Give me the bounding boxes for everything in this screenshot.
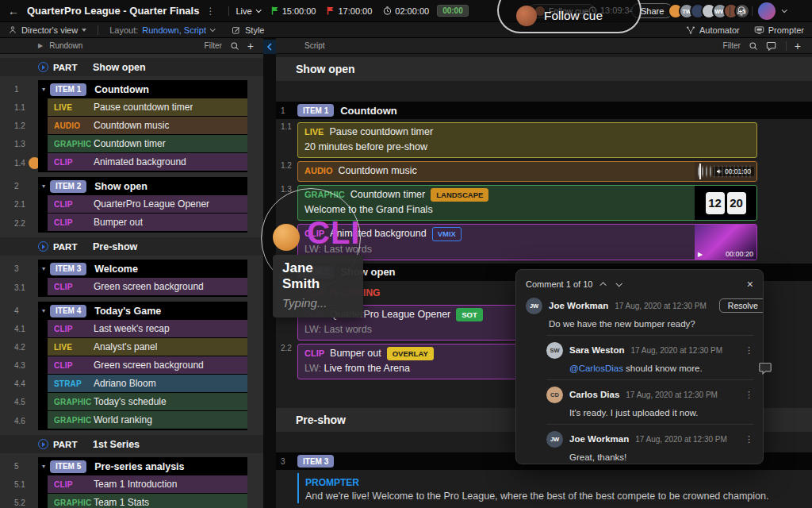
comment-marker-icon[interactable] (758, 361, 772, 375)
add-block-button[interactable]: + (795, 40, 801, 52)
rundown-cue-row[interactable]: 2.2CLIPBumper out (0, 214, 263, 233)
view-toolbar: Director's view Layout: Rundown, Script … (0, 22, 812, 38)
rundown-cue-row[interactable]: 4.2LIVEAnalyst's panel (0, 338, 263, 356)
rundown-cue-row[interactable]: 4.1CLIPLast week's recap (0, 320, 263, 338)
title-menu-icon[interactable]: ⋮ (205, 6, 216, 17)
live-mode-dropdown[interactable]: Live (236, 6, 259, 16)
rundown-cue-row[interactable]: 1.4CLIPAnimated background (0, 153, 263, 172)
commenter-name: Carlos Dias (569, 390, 619, 399)
prev-comment-icon[interactable] (600, 282, 607, 288)
layout-selector[interactable]: Layout: Rundown, Script (109, 25, 214, 35)
prompter-button[interactable]: Prompter (754, 25, 804, 35)
rundown-cue-row[interactable]: 2.1CLIPQuarterPro League Opener (0, 195, 263, 214)
rundown-part-row[interactable]: PARTPre-show (0, 237, 263, 256)
script-cue-box[interactable]: LIVEPause countdown timer20 minutes befo… (297, 122, 757, 158)
audio-duration: 00:01:00 (713, 167, 754, 176)
cue-line1: AUDIOCountdown music (304, 164, 688, 178)
search-icon[interactable] (749, 41, 758, 51)
rundown-part-row[interactable]: PART1st Series (0, 435, 263, 453)
layout-value: Rundown, Script (142, 25, 206, 35)
cue-title: World ranking (94, 414, 152, 425)
cue-badge: SOT (456, 308, 483, 321)
mention-link[interactable]: @CarlosDias (569, 364, 623, 373)
row-number: 4.4 (0, 375, 38, 393)
comment-menu-icon[interactable]: ⋮ (745, 434, 753, 444)
add-row-button[interactable]: + (247, 40, 254, 52)
collapse-panel-button[interactable] (263, 40, 276, 54)
comment-body: Great, thanks! (569, 452, 753, 463)
rundown-cue-row[interactable]: 4.3CLIPGreen screen background (0, 356, 263, 375)
rundown-item-header[interactable]: 1▾ITEM 1Countdown (0, 80, 263, 98)
row-number: 1.1 (0, 98, 38, 117)
script-section-header[interactable]: Show open (276, 57, 812, 81)
rundown-part-row[interactable]: PARTShow open (0, 58, 263, 76)
flip-clock-thumbnail[interactable]: 1220 (695, 186, 756, 220)
cue-body: STRAPAdriano Bloom (48, 375, 247, 392)
section-title: Show open (296, 63, 355, 75)
video-thumbnail[interactable]: ▶00:00:20 (695, 225, 756, 259)
collapse-caret-icon[interactable]: ▾ (42, 86, 45, 93)
collapse-caret-icon[interactable]: ▾ (42, 307, 45, 314)
rundown-cue-row[interactable]: 5.2GRAPHICTeam 1 Stats (0, 494, 263, 508)
cue-title: Countdown timer (350, 188, 426, 202)
style-button[interactable]: Style (232, 25, 264, 35)
view-selector[interactable]: Director's view (8, 25, 86, 35)
prompter-label: PROMPTER (305, 476, 812, 490)
automator-button[interactable]: Automator (686, 25, 740, 35)
comment-header-row: CDCarlos Dias17 Aug, 2020 at 12:30 PM⋮ (546, 387, 753, 402)
comments-filter-icon[interactable] (766, 41, 776, 51)
next-comment-icon[interactable] (616, 280, 622, 287)
director-icon (8, 25, 17, 35)
play-icon[interactable] (38, 439, 48, 449)
rundown-cue-row[interactable]: 4.4STRAPAdriano Bloom (0, 375, 263, 393)
rundown-cue-row[interactable]: 1.3GRAPHICCountdown timer (0, 135, 263, 153)
cue-title: Green screen background (94, 281, 204, 292)
rundown-cue-row[interactable]: 1.1LIVEPause countdown timer (0, 98, 263, 117)
collapse-caret-icon[interactable]: ▾ (42, 183, 45, 190)
resolve-button[interactable]: Resolve (719, 298, 764, 313)
filter-button[interactable]: Filter (723, 41, 741, 50)
prompter-block[interactable]: PROMPTERAnd we're live! Welcome to the P… (297, 473, 812, 503)
comment-counter: Comment 1 of 10 (526, 279, 592, 289)
rundown-item-header[interactable]: 4▾ITEM 4Today's Game (0, 302, 263, 320)
rundown-item-header[interactable]: 3▾ITEM 3Welcome (0, 260, 263, 278)
comment-menu-icon[interactable]: ⋮ (745, 390, 753, 400)
comment-menu-icon[interactable]: ⋮ (745, 345, 753, 356)
cue-type-label: LIVE (54, 103, 94, 112)
user-avatar[interactable] (758, 2, 776, 20)
play-icon[interactable] (38, 62, 48, 72)
notifications-bell-icon[interactable] (736, 6, 747, 17)
follow-cue-avatar-large (516, 6, 537, 26)
rundown-cue-row[interactable]: 4.5GRAPHICToday's schedule (0, 393, 263, 411)
rundown-cue-row[interactable]: 1.2AUDIOCountdown music (0, 117, 263, 135)
chevron-down-icon (210, 26, 216, 32)
script-cue-box[interactable]: AUDIOCountdown music00:01:00 (297, 161, 757, 182)
filter-button[interactable]: Filter (205, 41, 222, 50)
rundown-item-header[interactable]: 2▾ITEM 2Show open (0, 177, 263, 195)
play-icon[interactable] (38, 241, 48, 252)
audio-waveform-thumbnail[interactable]: 00:01:00 (695, 162, 756, 181)
part-title: 1st Series (93, 439, 140, 450)
collapse-caret-icon[interactable]: ▾ (42, 265, 45, 272)
row-number: 4.6 (0, 411, 38, 430)
back-icon[interactable]: ← (8, 5, 19, 17)
user-menu-chevron-icon[interactable] (782, 7, 787, 13)
clock-digit: 20 (727, 192, 746, 214)
script-cue-box[interactable]: GRAPHICCountdown timerLANDSCAPEWelcome t… (297, 185, 757, 221)
script-item-header[interactable]: 1ITEM 1Countdown (276, 102, 812, 119)
rundown-cue-row[interactable]: 4.6GRAPHICWorld ranking (0, 411, 263, 430)
part-label: PART (53, 440, 88, 449)
panel-caret-icon[interactable]: ▶ (38, 42, 43, 49)
automator-label: Automator (699, 25, 740, 35)
search-icon[interactable] (230, 41, 239, 51)
comment-header-row: SWSara Weston17 Aug, 2020 at 12:30 PM⋮ (546, 342, 753, 358)
rundown-cue-row[interactable]: 3.1CLIPGreen screen background (0, 278, 263, 297)
row-number-value: 2.2 (14, 219, 25, 228)
rundown-item-header[interactable]: 5▾ITEM 5Pre-series analysis (0, 457, 263, 475)
end-time-value: 17:00:00 (338, 6, 372, 16)
close-icon[interactable]: × (747, 279, 753, 290)
view-selector-label: Director's view (21, 25, 78, 35)
collapse-caret-icon[interactable]: ▾ (42, 463, 45, 470)
script-cue-box[interactable]: CLIPAnimated backgroundVMIXLW: Last word… (297, 224, 757, 260)
rundown-cue-row[interactable]: 5.1CLIPTeam 1 Introduction (0, 475, 263, 494)
